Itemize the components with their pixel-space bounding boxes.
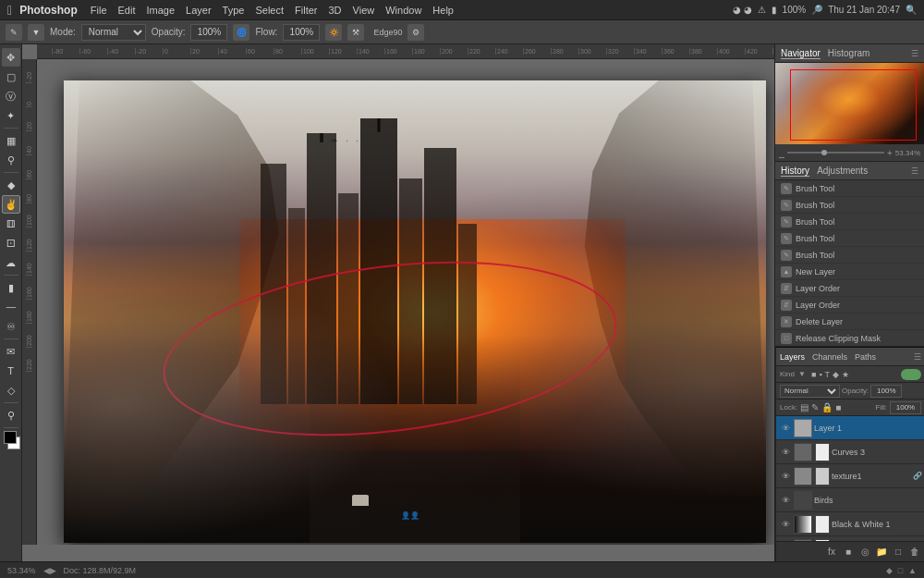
mode-select[interactable]: Normal (81, 24, 146, 41)
layer-eye-3[interactable]: 👁 (779, 496, 792, 505)
history-menu-btn[interactable]: ☰ (911, 166, 918, 176)
layer-eye-4[interactable]: 👁 (779, 520, 792, 529)
layer-fx-btn[interactable]: fx (825, 546, 838, 559)
layer-row-2[interactable]: 👁 texture1 🔗 (776, 464, 924, 488)
history-item-6[interactable]: ⇵Layer Order (775, 280, 924, 297)
layer-row-0[interactable]: 👁 Layer 1 (776, 416, 924, 440)
menu-help[interactable]: Help (432, 5, 454, 16)
zoom-out-btn[interactable]: ⎯ (779, 148, 784, 158)
color-swatch[interactable] (2, 431, 20, 451)
brush-tool[interactable]: ✌ (2, 195, 20, 214)
channels-tab[interactable]: Channels (812, 352, 847, 362)
blend-mode-select[interactable]: Normal (780, 385, 840, 398)
history-item-7[interactable]: ⇵Layer Order (775, 297, 924, 314)
eyedropper-tool[interactable]: ⚲ (2, 151, 20, 169)
opacity-input[interactable] (190, 24, 227, 41)
menu-view[interactable]: View (353, 5, 375, 16)
hist-icon-7: ⇵ (781, 300, 792, 311)
dodge-tool[interactable]: ♾ (2, 317, 20, 336)
menu-3d[interactable]: 3D (328, 5, 341, 16)
navigator-tab[interactable]: Navigator (781, 48, 821, 59)
filter-adjust-icon[interactable]: ▪ (819, 370, 821, 379)
gradient-tool[interactable]: ▮ (2, 278, 20, 297)
history-item-0[interactable]: ✎Brush Tool (775, 180, 924, 197)
nav-menu-btn[interactable]: ☰ (911, 49, 918, 58)
quick-select-tool[interactable]: ✦ (2, 106, 20, 125)
menu-file[interactable]: File (91, 5, 107, 16)
layer-delete-btn[interactable]: 🗑 (908, 546, 921, 559)
healing-tool[interactable]: ◆ (2, 176, 20, 194)
eraser-tool[interactable]: ☁ (2, 253, 20, 272)
history-tab[interactable]: History (781, 166, 809, 177)
brush-tool-icon[interactable]: ✎ (6, 24, 22, 41)
zoom-in-btn[interactable]: + (887, 148, 893, 158)
stamp-tool[interactable]: ⚅ (2, 215, 20, 233)
kind-dropdown-icon[interactable]: ▼ (798, 370, 806, 378)
menu-edit[interactable]: Edit (118, 5, 136, 16)
history-item-5[interactable]: ▲New Layer (775, 264, 924, 280)
menu-filter[interactable]: Filter (295, 5, 317, 16)
layer-eye-0[interactable]: 👁 (779, 424, 792, 433)
canvas-area[interactable]: -80 -60 -40 -20 0 20 40 60 80 100 120 14… (22, 44, 774, 561)
adjustments-tab[interactable]: Adjustments (817, 166, 868, 176)
opacity-value-input[interactable] (870, 385, 902, 398)
menu-window[interactable]: Window (385, 5, 421, 16)
menu-image[interactable]: Image (146, 5, 175, 16)
layer-new-btn[interactable]: □ (892, 546, 905, 559)
zoom-slider[interactable] (787, 152, 884, 154)
apple-menu[interactable]:  (7, 3, 12, 18)
smoothing-icon[interactable]: ⚒ (347, 24, 364, 41)
menu-type[interactable]: Type (223, 5, 245, 16)
layer-eye-1[interactable]: 👁 (779, 448, 792, 457)
lock-image-icon[interactable]: ✎ (811, 402, 819, 412)
layer-mask-btn[interactable]: ■ (842, 546, 855, 559)
history-item-9[interactable]: □Release Clipping Mask (775, 330, 924, 346)
layer-row-4[interactable]: 👁 Black & White 1 (776, 512, 924, 536)
layers-tab[interactable]: Layers (780, 352, 805, 362)
type-tool[interactable]: T (2, 362, 20, 380)
lock-all-icon[interactable]: ■ (835, 402, 841, 412)
histogram-tab[interactable]: Histogram (828, 48, 870, 58)
crop-tool[interactable]: ▦ (2, 131, 20, 150)
layer-adj-btn[interactable]: ◎ (858, 546, 871, 559)
history-item-4[interactable]: ✎Brush Tool (775, 247, 924, 264)
zoom-tool[interactable]: ⚲ (2, 406, 20, 424)
history-item-1[interactable]: ✎Brush Tool (775, 197, 924, 214)
layer-thumb-1 (794, 443, 812, 461)
filter-shape-icon[interactable]: ◆ (833, 370, 839, 379)
paths-tab[interactable]: Paths (855, 352, 876, 362)
move-tool[interactable]: ✥ (2, 48, 20, 67)
history-item-8[interactable]: ✕Delete Layer (775, 314, 924, 330)
lock-position-icon[interactable]: 🔒 (821, 402, 833, 412)
pen-tool[interactable]: ✉ (2, 342, 20, 361)
layer-filter-toggle[interactable] (901, 369, 921, 380)
fg-color[interactable] (4, 431, 17, 444)
history-item-2[interactable]: ✎Brush Tool (775, 214, 924, 230)
tool-preset-icon[interactable]: ▼ (28, 24, 44, 41)
flow-input[interactable] (283, 24, 320, 41)
menu-select[interactable]: Select (255, 5, 284, 16)
ruler-left: -20 0 20 40 60 80 100 120 140 160 180 20… (22, 59, 37, 545)
history-item-3[interactable]: ✎Brush Tool (775, 230, 924, 247)
path-tool[interactable]: ◇ (2, 381, 20, 400)
layer-eye-2[interactable]: 👁 (779, 472, 792, 481)
fill-value-input[interactable] (890, 401, 921, 414)
filter-type-icon[interactable]: T (825, 370, 831, 379)
history-brush-tool[interactable]: ⚀ (2, 234, 20, 252)
filter-pixel-icon[interactable]: ■ (811, 370, 816, 379)
lock-transparent-icon[interactable]: ▤ (800, 402, 808, 412)
menu-layer[interactable]: Layer (186, 5, 212, 16)
filter-smart-icon[interactable]: ★ (842, 370, 849, 379)
layers-menu-btn[interactable]: ☰ (914, 352, 921, 362)
layer-row-3[interactable]: 👁 Birds (776, 488, 924, 512)
settings-icon[interactable]: ⚙ (407, 24, 424, 41)
blur-tool[interactable]: ⸻ (2, 298, 20, 316)
flow-airbrush-icon[interactable]: 🔅 (325, 24, 342, 41)
layer-row-1[interactable]: 👁 Curves 3 (776, 440, 924, 464)
layer-group-btn[interactable]: 📁 (875, 546, 888, 559)
marquee-tool[interactable]: ▢ (2, 68, 20, 86)
lasso-tool[interactable]: ⓥ (2, 87, 20, 105)
nav-view-box[interactable] (790, 69, 917, 141)
canvas-image-area[interactable]: ❧ · · · · 👤👤 (37, 59, 774, 545)
opacity-airbrush-icon[interactable]: 🌀 (233, 24, 249, 41)
